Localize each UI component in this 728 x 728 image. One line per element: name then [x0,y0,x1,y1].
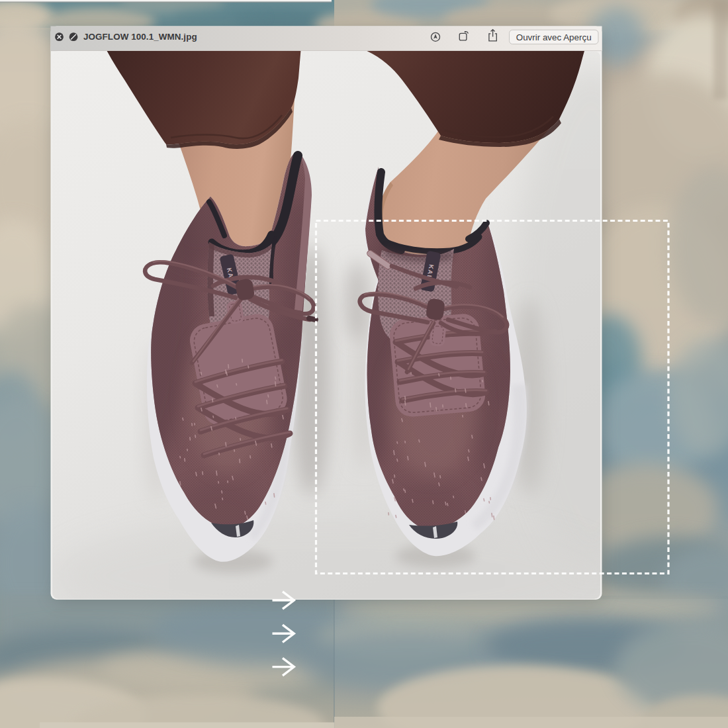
svg-text:Ouvrir avec Aperçu: Ouvrir avec Aperçu [516,32,592,42]
svg-text:JOGFLOW 100.1_WMN.jpg: JOGFLOW 100.1_WMN.jpg [83,32,197,42]
